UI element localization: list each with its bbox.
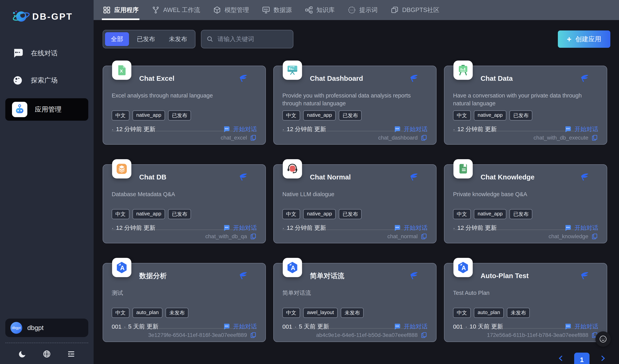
publish-wing-icon[interactable] — [580, 74, 589, 83]
app-icon-tile — [283, 61, 302, 80]
create-app-button[interactable]: + 创建应用 — [558, 30, 610, 48]
app-title: Chat Excel — [139, 74, 174, 82]
copy-id-icon[interactable] — [250, 233, 257, 240]
app-tags: 中文native_app已发布 — [112, 209, 257, 219]
app-id: ab4c9e1e-64e6-11ef-b50d-3ea07eeef888 — [316, 332, 418, 338]
feedback-smiley-button[interactable] — [595, 331, 611, 347]
toolbar: 全部已发布未发布 + 创建应用 — [103, 30, 610, 48]
theme-moon-icon[interactable] — [17, 349, 27, 359]
db-layers-icon — [115, 162, 128, 175]
svg-text:A: A — [120, 265, 125, 271]
app-card-chat_with_db_execute[interactable]: Chat Data Have a conversation with your … — [444, 66, 607, 145]
app-tag: auto_plan — [133, 308, 162, 318]
prev-page-icon[interactable] — [557, 354, 565, 362]
top-nav-tab-label: 提示词 — [359, 6, 378, 14]
app-description: Database Metadata Q&A — [112, 190, 257, 206]
sidebar: DB-GPT 在线对话 探索广场 应用管理 dbgpt dbgpt — [0, 0, 94, 364]
explore-planet-icon — [12, 75, 23, 86]
search-input[interactable] — [217, 35, 288, 43]
top-nav-tab-应用程序[interactable]: 应用程序 — [103, 0, 139, 20]
sidebar-item-在线对话[interactable]: 在线对话 — [5, 44, 88, 63]
top-nav-tab-模型管理[interactable]: 模型管理 — [213, 0, 249, 20]
search-box[interactable] — [201, 30, 293, 48]
app-card-3e1279fe-6504-11ef-816f-3ea07eeef889[interactable]: A 数据分析 测试 中文auto_plan未发布 001 · 5 天前 更新 开… — [103, 263, 266, 342]
brand-name: DB-GPT — [32, 11, 73, 22]
language-globe-icon[interactable] — [42, 349, 52, 359]
app-tag: 已发布 — [168, 110, 191, 121]
app-title: 数据分析 — [139, 271, 167, 281]
app-description: 简单对话流 — [282, 289, 427, 305]
user-row[interactable]: dbgpt dbgpt — [5, 319, 88, 337]
top-nav-tab-label: 应用程序 — [114, 6, 139, 14]
publish-wing-icon[interactable] — [239, 74, 248, 83]
app-card-ab4c9e1e-64e6-11ef-b50d-3ea07eeef888[interactable]: A 简单对话流 简单对话流 中文awel_layout未发布 001 · 5 天… — [273, 263, 436, 342]
app-tags: 中文auto_plan未发布 — [112, 308, 257, 318]
app-id: chat_dashboard — [378, 135, 418, 141]
app-tags: 中文native_app已发布 — [453, 110, 598, 121]
app-tag: 中文 — [112, 209, 129, 219]
app-icon-tile — [453, 159, 473, 178]
filter-tab-已发布[interactable]: 已发布 — [131, 32, 161, 46]
app-description: Provide you with professional data analy… — [282, 92, 427, 107]
app-tag: 已发布 — [509, 209, 532, 219]
collapse-sidebar-icon[interactable] — [66, 349, 76, 359]
publish-wing-icon[interactable] — [580, 173, 589, 182]
top-nav-tab-AWEL 工作流[interactable]: AWEL 工作流 — [152, 0, 200, 20]
app-description: 测试 — [112, 289, 257, 305]
app-card-chat_with_db_qa[interactable]: Chat DB Database Metadata Q&A 中文native_a… — [103, 164, 266, 243]
app-tag: 中文 — [112, 110, 129, 121]
app-tag: native_app — [133, 110, 165, 121]
app-title: Chat Dashboard — [310, 74, 363, 82]
app-card-chat_normal[interactable]: Chat Normal Native LLM dialogue 中文native… — [273, 164, 436, 243]
autoplan-hexagon-icon: A — [115, 261, 128, 274]
sql-monitor-icon: SQL — [262, 6, 270, 14]
app-tags: 中文native_app已发布 — [453, 209, 598, 219]
app-tag: 已发布 — [168, 209, 191, 219]
app-card-172e56a6-611b-11ef-b784-3ea07eeef888[interactable]: A Auto-Plan Test Test Auto Plan 中文auto_p… — [444, 263, 607, 342]
publish-wing-icon[interactable] — [409, 271, 418, 280]
prompt-dots-icon — [348, 6, 356, 14]
headset-icon — [286, 162, 299, 175]
sidebar-item-label: 探索广场 — [31, 76, 58, 85]
publish-wing-icon[interactable] — [580, 271, 589, 280]
copy-id-icon[interactable] — [250, 332, 257, 339]
publish-wing-icon[interactable] — [409, 74, 418, 83]
copy-id-icon[interactable] — [420, 233, 427, 240]
avatar: dbgpt — [10, 322, 22, 334]
create-app-label: 创建应用 — [575, 35, 601, 44]
sidebar-item-应用管理[interactable]: 应用管理 — [5, 98, 88, 121]
copy-id-icon[interactable] — [591, 134, 598, 141]
top-nav-tab-知识库[interactable]: 知识库 — [305, 0, 335, 20]
app-card-chat_knowledge[interactable]: Chat Knowledge Private knowledge base Q&… — [444, 164, 607, 243]
app-tag: 未发布 — [166, 308, 188, 318]
top-nav-tab-DBGPTS社区[interactable]: DBGPTS社区 — [391, 0, 439, 20]
copy-id-icon[interactable] — [420, 332, 427, 339]
app-icon-tile: A — [453, 258, 473, 277]
top-nav-tab-数据源[interactable]: SQL 数据源 — [262, 0, 292, 20]
current-page[interactable]: 1 — [574, 353, 590, 364]
user-name: dbgpt — [27, 324, 44, 332]
top-nav-tab-提示词[interactable]: 提示词 — [348, 0, 378, 20]
app-tag: 未发布 — [507, 308, 530, 318]
next-page-icon[interactable] — [599, 354, 607, 362]
copy-id-icon[interactable] — [250, 134, 257, 141]
sidebar-nav: 在线对话 探索广场 应用管理 — [0, 44, 94, 121]
publish-wing-icon[interactable] — [239, 271, 248, 280]
autoplan-hexagon-icon: A — [457, 261, 470, 274]
sidebar-item-探索广场[interactable]: 探索广场 — [5, 71, 88, 90]
app-id: chat_normal — [387, 233, 418, 240]
excel-file-icon: X — [115, 64, 128, 77]
publish-wing-icon[interactable] — [409, 173, 418, 182]
filter-tab-未发布[interactable]: 未发布 — [163, 32, 193, 46]
app-tag: native_app — [474, 110, 506, 121]
top-nav-tab-label: 知识库 — [316, 6, 335, 14]
app-card-chat_dashboard[interactable]: Chat Dashboard Provide you with professi… — [273, 66, 436, 145]
filter-tab-全部[interactable]: 全部 — [105, 32, 129, 46]
copy-id-icon[interactable] — [420, 134, 427, 141]
app-tag: 中文 — [282, 308, 300, 318]
app-tags: 中文native_app已发布 — [282, 209, 427, 219]
publish-wing-icon[interactable] — [239, 173, 248, 182]
app-card-chat_excel[interactable]: X Chat Excel Excel analysis through natu… — [103, 66, 266, 145]
svg-text:X: X — [120, 68, 123, 73]
copy-id-icon[interactable] — [591, 233, 598, 240]
